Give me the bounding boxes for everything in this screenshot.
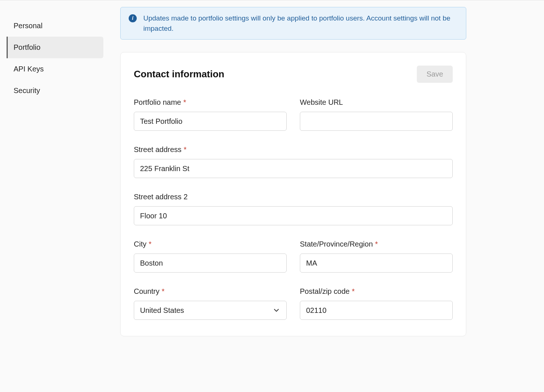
sidebar-item-label: API Keys	[14, 65, 44, 73]
card-title: Contact information	[134, 69, 224, 80]
info-banner-text: Updates made to portfolio settings will …	[143, 13, 458, 33]
info-icon: i	[129, 14, 137, 22]
label-text: Street address 2	[134, 193, 188, 201]
sidebar-item-label: Portfolio	[14, 43, 40, 51]
sidebar-item-portfolio[interactable]: Portfolio	[7, 37, 103, 58]
portfolio-name-input[interactable]	[134, 112, 287, 131]
card-header: Contact information Save	[134, 66, 453, 83]
field-label: Street address*	[134, 145, 453, 154]
field-city: City*	[134, 240, 287, 273]
label-text: Website URL	[300, 98, 343, 106]
label-text: Street address	[134, 145, 181, 154]
website-url-input[interactable]	[300, 112, 453, 131]
save-button[interactable]: Save	[417, 66, 453, 83]
sidebar-item-label: Personal	[14, 22, 43, 30]
field-label: State/Province/Region*	[300, 240, 453, 248]
field-label: City*	[134, 240, 287, 248]
field-country: Country* United States	[134, 287, 287, 320]
chevron-down-icon	[272, 306, 280, 314]
field-street-address-2: Street address 2	[134, 193, 453, 225]
sidebar: Personal Portfolio API Keys Security	[0, 0, 110, 392]
required-marker: *	[148, 240, 151, 248]
main-content: i Updates made to portfolio settings wil…	[110, 0, 477, 392]
field-portfolio-name: Portfolio name*	[134, 98, 287, 131]
contact-info-card: Contact information Save Portfolio name*…	[120, 52, 466, 336]
country-select[interactable]: United States	[134, 301, 287, 320]
info-banner: i Updates made to portfolio settings wil…	[120, 7, 466, 40]
street-address-input[interactable]	[134, 159, 453, 178]
label-text: Country	[134, 287, 159, 295]
field-postal: Postal/zip code*	[300, 287, 453, 320]
field-label: Country*	[134, 287, 287, 296]
field-state: State/Province/Region*	[300, 240, 453, 273]
required-marker: *	[375, 240, 378, 248]
field-website-url: Website URL	[300, 98, 453, 131]
label-text: Portfolio name	[134, 98, 181, 106]
label-text: City	[134, 240, 146, 248]
street-address-2-input[interactable]	[134, 206, 453, 225]
country-select-value: United States	[140, 306, 184, 315]
field-label: Postal/zip code*	[300, 287, 453, 296]
state-input[interactable]	[300, 254, 453, 273]
field-label: Portfolio name*	[134, 98, 287, 107]
required-marker: *	[352, 287, 355, 295]
label-text: Postal/zip code	[300, 287, 350, 295]
required-marker: *	[183, 98, 186, 106]
sidebar-item-api-keys[interactable]: API Keys	[7, 58, 103, 80]
field-label: Website URL	[300, 98, 453, 107]
city-input[interactable]	[134, 254, 287, 273]
required-marker: *	[184, 145, 187, 154]
required-marker: *	[162, 287, 165, 295]
label-text: State/Province/Region	[300, 240, 373, 248]
field-label: Street address 2	[134, 193, 453, 201]
field-street-address: Street address*	[134, 145, 453, 178]
sidebar-item-personal[interactable]: Personal	[7, 15, 103, 37]
sidebar-item-label: Security	[14, 86, 40, 95]
postal-input[interactable]	[300, 301, 453, 320]
sidebar-item-security[interactable]: Security	[7, 80, 103, 101]
